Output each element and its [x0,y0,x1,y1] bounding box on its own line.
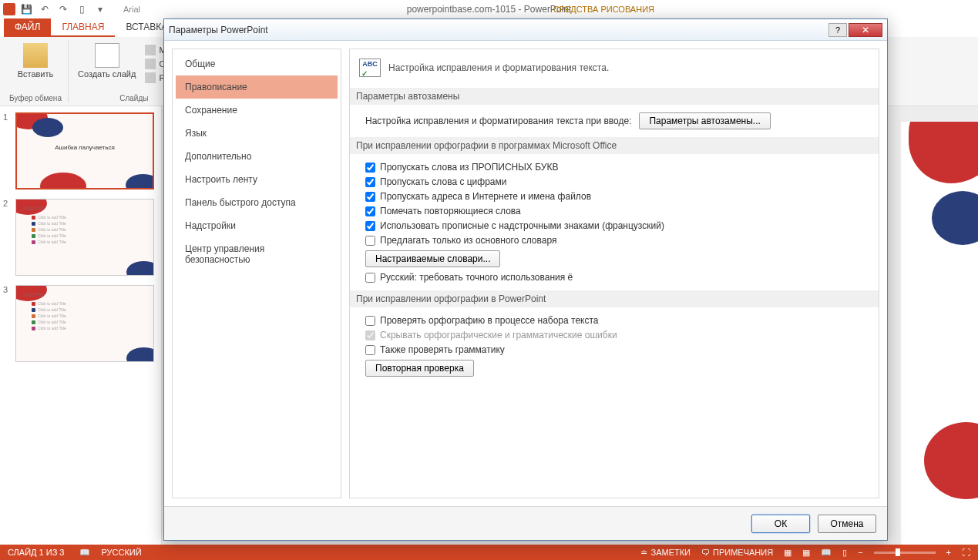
zoom-out-icon[interactable]: − [858,548,862,557]
sidebar-item-language[interactable]: Язык [176,122,338,145]
start-slideshow-icon[interactable]: ▯ [74,2,89,17]
font-name-box[interactable]: Arial [123,5,140,14]
spell-check-icon[interactable]: 📖 [79,548,90,558]
notes-label: ЗАМЕТКИ [650,548,691,557]
zoom-in-icon[interactable]: + [946,548,951,557]
new-slide-button[interactable]: Создать слайд [75,40,139,88]
slides-group-label: Слайды [119,94,148,102]
window-title: powerpointbase.com-1015 - PowerPoint [407,4,571,15]
sidebar-item-customize-ribbon[interactable]: Настроить ленту [176,168,338,191]
dialog-body: Общие Правописание Сохранение Язык Допол… [164,41,887,506]
layout-icon [145,45,156,55]
thumb-image-2: Slide title Click to add Title Click to … [15,199,154,276]
language-indicator[interactable]: РУССКИЙ [101,548,141,557]
slideshow-view-icon[interactable]: ▯ [842,548,847,558]
paste-icon [23,43,48,68]
sorter-view-icon[interactable]: ▦ [802,548,810,558]
cancel-button[interactable]: Отмена [818,515,876,533]
slide-thumb-3[interactable]: 3 Slide title Click to add Title Click t… [6,285,155,362]
recheck-button[interactable]: Повторная проверка [365,360,474,377]
quick-access-toolbar: 💾 ↶ ↷ ▯ ▾ [3,2,108,17]
fit-window-icon[interactable]: ⛶ [962,548,970,557]
sidebar-item-qat[interactable]: Панель быстрого доступа [176,191,338,214]
chk-numbers[interactable]: Пропускать слова с цифрами [365,176,863,187]
thumb-text: Ашибка палучаеться [55,144,115,151]
thumb-title: Slide title [22,292,44,297]
sidebar-item-proofing[interactable]: Правописание [176,75,338,99]
new-slide-label: Создать слайд [78,69,136,79]
slide-number: 2 [3,199,8,208]
content-header: ABC✓ Настройка исправления и форматирова… [359,59,869,77]
dialog-titlebar[interactable]: Параметры PowerPoint ? ✕ [164,19,887,41]
section-icon [145,72,156,83]
reading-view-icon[interactable]: 📖 [821,548,832,558]
powerpoint-icon [3,3,15,15]
slide-panel[interactable]: 1 Ашибка палучаеться 2 Slide title Click… [0,106,162,545]
chk-repeated[interactable]: Помечать повторяющиеся слова [365,206,863,216]
chk-french[interactable]: Использовать прописные с надстрочными зн… [365,220,863,231]
status-right: ≐ЗАМЕТКИ 🗨ПРИМЕЧАНИЯ ▦ ▦ 📖 ▯ − + ⛶ [640,548,970,558]
section-spelling-office: При исправлении орфографии в программах … [350,137,879,154]
help-button[interactable]: ? [828,23,847,37]
chk-hide-errors: Скрывать орфографические и грамматически… [365,330,863,340]
chk-uppercase[interactable]: Пропускать слова из ПРОПИСНЫХ БУКВ [365,162,863,173]
sidebar-item-addins[interactable]: Надстройки [176,214,338,237]
sidebar-item-advanced[interactable]: Дополнительно [176,145,338,168]
dialog-window: Параметры PowerPoint ? ✕ Общие Правописа… [163,18,888,541]
new-slide-icon [95,43,119,68]
slide-number: 1 [3,112,8,122]
dialog-footer: ОК Отмена [164,506,887,540]
chk-main-dict[interactable]: Предлагать только из основного словаря [365,235,863,246]
autocorrect-options-button[interactable]: Параметры автозамены... [639,112,770,129]
dialog-content: ABC✓ Настройка исправления и форматирова… [349,49,879,498]
autocorrect-row: Настройка исправления и форматирования т… [365,112,863,129]
undo-icon[interactable]: ↶ [37,2,52,17]
options-dialog: Параметры PowerPoint ? ✕ Общие Правописа… [163,18,888,541]
tab-file[interactable]: ФАЙЛ [4,18,51,37]
normal-view-icon[interactable]: ▦ [784,548,791,558]
thumb-image-3: Slide title Click to add Title Click to … [15,285,154,362]
canvas-slide [901,122,978,545]
custom-dictionaries-button[interactable]: Настраиваемые словари... [365,250,500,267]
dialog-sidebar: Общие Правописание Сохранение Язык Допол… [172,49,341,498]
slide-counter[interactable]: СЛАЙД 1 ИЗ 3 [8,548,64,557]
content-title: Настройка исправления и форматирования т… [388,62,609,73]
ribbon-group-clipboard: Вставить Буфер обмена [3,40,69,102]
redo-icon[interactable]: ↷ [55,2,71,17]
tab-home[interactable]: ГЛАВНАЯ [51,18,115,37]
sidebar-item-trust-center[interactable]: Центр управления безопасностью [176,237,338,271]
comments-label: ПРИМЕЧАНИЯ [713,548,773,557]
comments-button[interactable]: 🗨ПРИМЕЧАНИЯ [701,548,773,557]
slide-thumb-1[interactable]: 1 Ашибка палучаеться [6,112,155,189]
paste-label: Вставить [18,69,54,79]
clipboard-group-label: Буфер обмена [9,94,62,102]
dialog-title: Параметры PowerPoint [169,25,268,35]
section-autocorrect: Параметры автозамены [350,88,879,105]
titlebar: 💾 ↶ ↷ ▯ ▾ Arial powerpointbase.com-1015 … [0,0,978,18]
chk-russian-yo[interactable]: Русский: требовать точного использования… [365,272,863,283]
qat-dropdown-icon[interactable]: ▾ [92,2,108,17]
chk-check-typing[interactable]: Проверять орфографию в процессе набора т… [365,315,863,326]
reset-icon [145,59,156,69]
thumb-image-1: Ашибка палучаеться [15,112,154,189]
contextual-tab-label: СРЕДСТВА РИСОВАНИЯ [553,5,654,14]
proofing-icon: ABC✓ [359,59,381,77]
sidebar-item-save[interactable]: Сохранение [176,99,338,122]
section-spelling-powerpoint: При исправлении орфографии в PowerPoint [350,290,879,307]
ok-button[interactable]: ОК [751,515,810,533]
paste-button[interactable]: Вставить [15,40,57,82]
zoom-slider[interactable] [874,552,936,554]
thumb-title: Slide title [22,206,44,211]
close-button[interactable]: ✕ [849,23,882,37]
slide-number: 3 [3,285,8,294]
notes-button[interactable]: ≐ЗАМЕТКИ [640,548,691,558]
statusbar: СЛАЙД 1 ИЗ 3 📖 РУССКИЙ ≐ЗАМЕТКИ 🗨ПРИМЕЧА… [0,545,978,560]
autocorrect-label: Настройка исправления и форматирования т… [365,116,631,126]
sidebar-item-general[interactable]: Общие [176,52,338,75]
slide-thumb-2[interactable]: 2 Slide title Click to add Title Click t… [6,199,155,276]
chk-grammar[interactable]: Также проверять грамматику [365,344,863,355]
chk-internet[interactable]: Пропускать адреса в Интернете и имена фа… [365,191,863,202]
save-icon[interactable]: 💾 [18,2,34,17]
